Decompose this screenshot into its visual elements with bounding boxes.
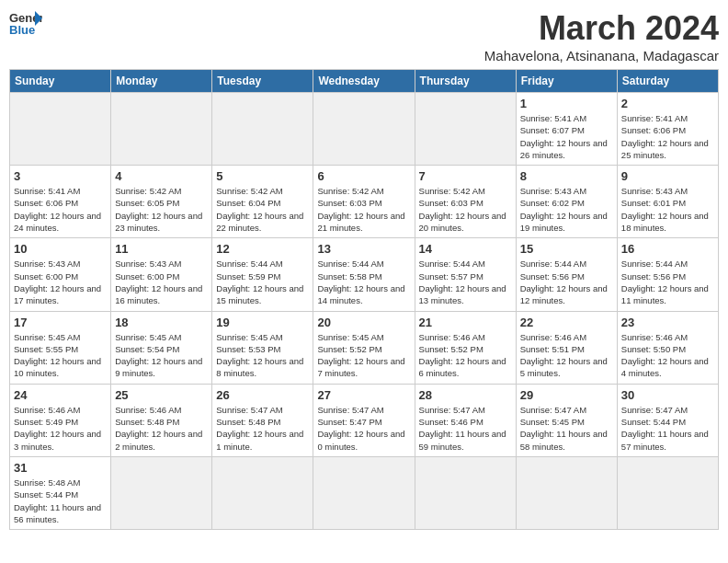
calendar-cell: 30Sunrise: 5:47 AM Sunset: 5:44 PM Dayli…	[617, 384, 718, 456]
day-info: Sunrise: 5:46 AM Sunset: 5:49 PM Dayligh…	[14, 404, 107, 453]
week-row-5: 24Sunrise: 5:46 AM Sunset: 5:49 PM Dayli…	[10, 384, 719, 456]
weekday-header-friday: Friday	[516, 70, 617, 93]
title-area: March 2024 Mahavelona, Atsinanana, Madag…	[484, 9, 719, 63]
day-number: 15	[520, 242, 613, 256]
day-info: Sunrise: 5:47 AM Sunset: 5:46 PM Dayligh…	[419, 404, 512, 453]
day-number: 9	[621, 169, 714, 183]
day-info: Sunrise: 5:42 AM Sunset: 6:05 PM Dayligh…	[115, 185, 208, 234]
weekday-header-thursday: Thursday	[415, 70, 516, 93]
day-number: 3	[14, 169, 107, 183]
day-number: 26	[216, 388, 309, 402]
day-number: 4	[115, 169, 208, 183]
day-info: Sunrise: 5:45 AM Sunset: 5:54 PM Dayligh…	[115, 331, 208, 380]
day-info: Sunrise: 5:43 AM Sunset: 6:00 PM Dayligh…	[115, 258, 208, 306]
day-info: Sunrise: 5:43 AM Sunset: 6:02 PM Dayligh…	[520, 185, 613, 234]
calendar-cell	[111, 93, 212, 166]
day-number: 1	[520, 97, 613, 110]
calendar-cell: 27Sunrise: 5:47 AM Sunset: 5:47 PM Dayli…	[313, 384, 415, 456]
day-info: Sunrise: 5:41 AM Sunset: 6:06 PM Dayligh…	[14, 185, 107, 234]
week-row-2: 3Sunrise: 5:41 AM Sunset: 6:06 PM Daylig…	[10, 166, 719, 238]
day-number: 16	[621, 242, 714, 256]
calendar-cell	[212, 93, 313, 166]
day-number: 11	[115, 242, 208, 256]
day-info: Sunrise: 5:46 AM Sunset: 5:48 PM Dayligh…	[115, 404, 208, 453]
day-number: 18	[115, 316, 208, 329]
day-info: Sunrise: 5:44 AM Sunset: 5:59 PM Dayligh…	[216, 258, 309, 306]
day-info: Sunrise: 5:41 AM Sunset: 6:06 PM Dayligh…	[621, 112, 714, 161]
logo-icon: General Blue	[9, 9, 42, 37]
day-number: 21	[419, 316, 512, 329]
day-number: 7	[419, 169, 512, 183]
calendar-cell: 2Sunrise: 5:41 AM Sunset: 6:06 PM Daylig…	[617, 93, 718, 166]
calendar-cell: 9Sunrise: 5:43 AM Sunset: 6:01 PM Daylig…	[617, 166, 718, 238]
calendar-cell: 6Sunrise: 5:42 AM Sunset: 6:03 PM Daylig…	[313, 166, 415, 238]
calendar-cell	[313, 456, 415, 529]
calendar-cell: 20Sunrise: 5:45 AM Sunset: 5:52 PM Dayli…	[313, 311, 415, 384]
calendar-cell: 25Sunrise: 5:46 AM Sunset: 5:48 PM Dayli…	[111, 384, 212, 456]
day-info: Sunrise: 5:44 AM Sunset: 5:58 PM Dayligh…	[317, 258, 410, 306]
calendar-cell: 16Sunrise: 5:44 AM Sunset: 5:56 PM Dayli…	[617, 238, 718, 311]
day-info: Sunrise: 5:45 AM Sunset: 5:53 PM Dayligh…	[216, 331, 309, 380]
day-number: 22	[520, 316, 613, 329]
day-info: Sunrise: 5:42 AM Sunset: 6:03 PM Dayligh…	[419, 185, 512, 234]
calendar-cell	[10, 93, 111, 166]
day-info: Sunrise: 5:47 AM Sunset: 5:48 PM Dayligh…	[216, 404, 309, 453]
calendar-cell: 3Sunrise: 5:41 AM Sunset: 6:06 PM Daylig…	[10, 166, 111, 238]
day-number: 10	[14, 242, 107, 256]
calendar-cell: 1Sunrise: 5:41 AM Sunset: 6:07 PM Daylig…	[516, 93, 617, 166]
week-row-3: 10Sunrise: 5:43 AM Sunset: 6:00 PM Dayli…	[10, 238, 719, 311]
weekday-header-sunday: Sunday	[10, 70, 111, 93]
week-row-4: 17Sunrise: 5:45 AM Sunset: 5:55 PM Dayli…	[10, 311, 719, 384]
calendar-cell: 22Sunrise: 5:46 AM Sunset: 5:51 PM Dayli…	[516, 311, 617, 384]
day-number: 23	[621, 316, 714, 329]
day-number: 28	[419, 388, 512, 402]
weekday-header-monday: Monday	[111, 70, 212, 93]
day-info: Sunrise: 5:43 AM Sunset: 6:00 PM Dayligh…	[14, 258, 107, 306]
day-info: Sunrise: 5:47 AM Sunset: 5:45 PM Dayligh…	[520, 404, 613, 453]
calendar-cell: 24Sunrise: 5:46 AM Sunset: 5:49 PM Dayli…	[10, 384, 111, 456]
day-info: Sunrise: 5:45 AM Sunset: 5:55 PM Dayligh…	[14, 331, 107, 380]
weekday-header-wednesday: Wednesday	[313, 70, 415, 93]
day-number: 2	[621, 97, 714, 110]
day-info: Sunrise: 5:43 AM Sunset: 6:01 PM Dayligh…	[621, 185, 714, 234]
calendar-cell	[313, 93, 415, 166]
calendar-cell: 13Sunrise: 5:44 AM Sunset: 5:58 PM Dayli…	[313, 238, 415, 311]
week-row-1: 1Sunrise: 5:41 AM Sunset: 6:07 PM Daylig…	[10, 93, 719, 166]
calendar-cell: 29Sunrise: 5:47 AM Sunset: 5:45 PM Dayli…	[516, 384, 617, 456]
day-info: Sunrise: 5:44 AM Sunset: 5:56 PM Dayligh…	[621, 258, 714, 306]
day-number: 13	[317, 242, 410, 256]
day-number: 20	[317, 316, 410, 329]
calendar-cell: 4Sunrise: 5:42 AM Sunset: 6:05 PM Daylig…	[111, 166, 212, 238]
header: General Blue March 2024 Mahavelona, Atsi…	[9, 9, 719, 63]
calendar-cell: 26Sunrise: 5:47 AM Sunset: 5:48 PM Dayli…	[212, 384, 313, 456]
calendar-cell: 14Sunrise: 5:44 AM Sunset: 5:57 PM Dayli…	[415, 238, 516, 311]
day-number: 12	[216, 242, 309, 256]
day-info: Sunrise: 5:47 AM Sunset: 5:47 PM Dayligh…	[317, 404, 410, 453]
weekday-header-tuesday: Tuesday	[212, 70, 313, 93]
svg-text:Blue: Blue	[9, 23, 35, 37]
day-info: Sunrise: 5:46 AM Sunset: 5:50 PM Dayligh…	[621, 331, 714, 380]
day-info: Sunrise: 5:46 AM Sunset: 5:52 PM Dayligh…	[419, 331, 512, 380]
day-number: 30	[621, 388, 714, 402]
main-title: March 2024	[484, 9, 719, 48]
day-number: 6	[317, 169, 410, 183]
calendar-cell: 28Sunrise: 5:47 AM Sunset: 5:46 PM Dayli…	[415, 384, 516, 456]
calendar-cell	[415, 456, 516, 529]
day-number: 19	[216, 316, 309, 329]
day-number: 8	[520, 169, 613, 183]
logo: General Blue	[9, 9, 42, 37]
subtitle: Mahavelona, Atsinanana, Madagascar	[484, 48, 719, 63]
calendar-cell	[111, 456, 212, 529]
calendar-cell	[516, 456, 617, 529]
day-info: Sunrise: 5:44 AM Sunset: 5:57 PM Dayligh…	[419, 258, 512, 306]
day-number: 25	[115, 388, 208, 402]
day-info: Sunrise: 5:47 AM Sunset: 5:44 PM Dayligh…	[621, 404, 714, 453]
calendar-cell: 23Sunrise: 5:46 AM Sunset: 5:50 PM Dayli…	[617, 311, 718, 384]
day-number: 24	[14, 388, 107, 402]
calendar-cell: 12Sunrise: 5:44 AM Sunset: 5:59 PM Dayli…	[212, 238, 313, 311]
day-number: 5	[216, 169, 309, 183]
day-info: Sunrise: 5:42 AM Sunset: 6:03 PM Dayligh…	[317, 185, 410, 234]
day-info: Sunrise: 5:44 AM Sunset: 5:56 PM Dayligh…	[520, 258, 613, 306]
calendar-cell: 8Sunrise: 5:43 AM Sunset: 6:02 PM Daylig…	[516, 166, 617, 238]
day-info: Sunrise: 5:41 AM Sunset: 6:07 PM Dayligh…	[520, 112, 613, 161]
